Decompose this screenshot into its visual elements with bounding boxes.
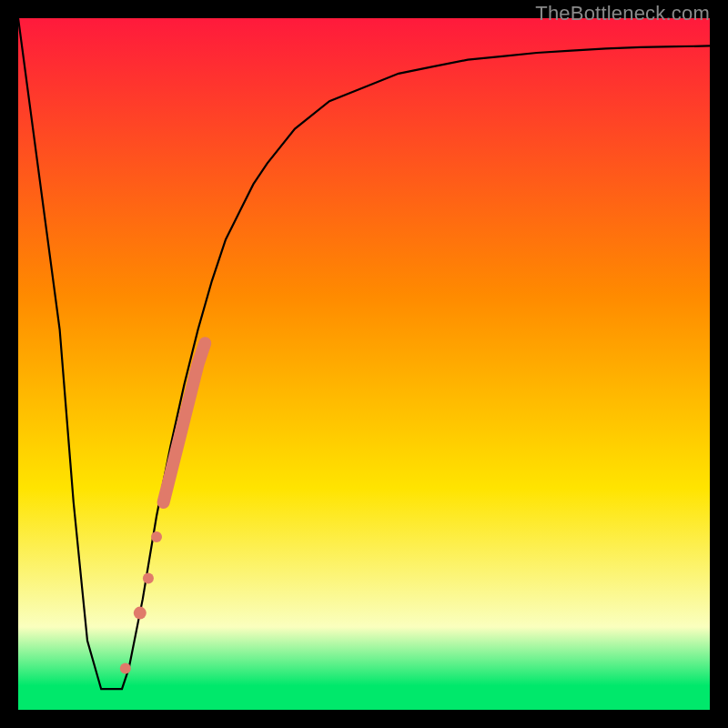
marker-dot	[134, 607, 147, 620]
bottleneck-plot	[18, 18, 710, 710]
watermark-text: TheBottleneck.com	[535, 2, 710, 25]
gradient-background	[18, 18, 710, 710]
marker-dot	[120, 662, 131, 673]
marker-dot	[143, 573, 154, 584]
marker-dot	[151, 531, 162, 542]
